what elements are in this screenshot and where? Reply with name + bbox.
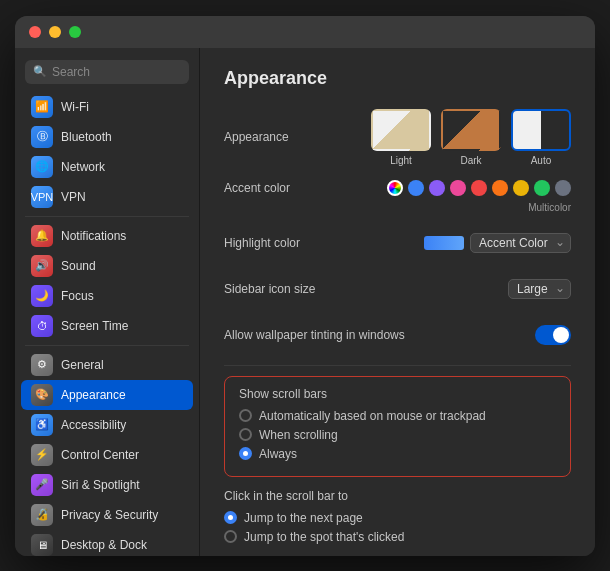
privacy-icon: 🔏 <box>31 504 53 526</box>
sidebar-network-section: 📶 Wi-Fi Ⓑ Bluetooth 🌐 Network VPN VPN <box>15 92 199 212</box>
wifi-icon: 📶 <box>31 96 53 118</box>
sidebar-item-general[interactable]: ⚙ General <box>21 350 193 380</box>
dark-label: Dark <box>460 155 481 166</box>
sidebar-label-vpn: VPN <box>61 190 86 204</box>
wallpaper-tinting-row: Allow wallpaper tinting in windows <box>224 319 571 351</box>
focus-icon: 🌙 <box>31 285 53 307</box>
sidebar-label-wifi: Wi-Fi <box>61 100 89 114</box>
sidebar-item-vpn[interactable]: VPN VPN <box>21 182 193 212</box>
sidebar-label-appearance: Appearance <box>61 388 126 402</box>
main-content: Appearance Appearance Light Dark Auto <box>200 48 595 556</box>
wallpaper-tinting-label: Allow wallpaper tinting in windows <box>224 328 405 342</box>
accent-red[interactable] <box>471 180 487 196</box>
sidebar-item-sound[interactable]: 🔊 Sound <box>21 251 193 281</box>
scroll-auto-option[interactable]: Automatically based on mouse or trackpad <box>239 409 556 423</box>
sidebar-item-screentime[interactable]: ⏱ Screen Time <box>21 311 193 341</box>
sidebar-label-network: Network <box>61 160 105 174</box>
highlight-color-row: Highlight color Accent Color <box>224 227 571 259</box>
notifications-icon: 🔔 <box>31 225 53 247</box>
sidebar-label-notifications: Notifications <box>61 229 126 243</box>
highlight-color-dropdown-wrap: Accent Color <box>470 233 571 253</box>
click-next-page-radio[interactable] <box>224 511 237 524</box>
appearance-mode-label: Appearance <box>224 130 289 144</box>
accent-yellow[interactable] <box>513 180 529 196</box>
close-button[interactable] <box>29 26 41 38</box>
sidebar-label-siri: Siri & Spotlight <box>61 478 140 492</box>
sidebar-item-desktop[interactable]: 🖥 Desktop & Dock <box>21 530 193 556</box>
highlight-color-label: Highlight color <box>224 236 300 250</box>
sidebar-label-bluetooth: Bluetooth <box>61 130 112 144</box>
general-icon: ⚙ <box>31 354 53 376</box>
auto-label: Auto <box>531 155 552 166</box>
desktop-icon: 🖥 <box>31 534 53 556</box>
highlight-color-bar <box>424 236 464 250</box>
accent-orange[interactable] <box>492 180 508 196</box>
accent-blue[interactable] <box>408 180 424 196</box>
sidebar-item-control[interactable]: ⚡ Control Center <box>21 440 193 470</box>
scroll-scrolling-label: When scrolling <box>259 428 338 442</box>
scroll-scrolling-option[interactable]: When scrolling <box>239 428 556 442</box>
accent-green[interactable] <box>534 180 550 196</box>
auto-thumbnail <box>511 109 571 151</box>
sidebar-label-sound: Sound <box>61 259 96 273</box>
sidebar-icon-dropdown[interactable]: Large <box>508 279 571 299</box>
sidebar: 🔍 Search 📶 Wi-Fi Ⓑ Bluetooth 🌐 Network <box>15 48 200 556</box>
click-scroll-title: Click in the scroll bar to <box>224 489 571 503</box>
titlebar <box>15 16 595 48</box>
appearance-options: Light Dark Auto <box>371 109 571 166</box>
system-settings-window: 🔍 Search 📶 Wi-Fi Ⓑ Bluetooth 🌐 Network <box>15 16 595 556</box>
main-divider-1 <box>224 365 571 366</box>
sidebar-item-accessibility[interactable]: ♿ Accessibility <box>21 410 193 440</box>
accent-color-row: Accent color Multicolor <box>224 180 571 213</box>
click-next-page-option[interactable]: Jump to the next page <box>224 511 571 525</box>
highlight-color-dropdown[interactable]: Accent Color <box>470 233 571 253</box>
sidebar-item-notifications[interactable]: 🔔 Notifications <box>21 221 193 251</box>
accent-color-label: Accent color <box>224 181 290 195</box>
scroll-always-option[interactable]: Always <box>239 447 556 461</box>
scroll-auto-label: Automatically based on mouse or trackpad <box>259 409 486 423</box>
search-placeholder: Search <box>52 65 90 79</box>
click-spot-option[interactable]: Jump to the spot that's clicked <box>224 530 571 544</box>
appearance-mode-row: Appearance Light Dark Auto <box>224 109 571 166</box>
accent-multicolor[interactable] <box>387 180 403 196</box>
sidebar-item-network[interactable]: 🌐 Network <box>21 152 193 182</box>
sidebar-icon-label: Sidebar icon size <box>224 282 315 296</box>
bluetooth-icon: Ⓑ <box>31 126 53 148</box>
help-area: ? <box>224 554 571 556</box>
sidebar-item-privacy[interactable]: 🔏 Privacy & Security <box>21 500 193 530</box>
wallpaper-tinting-toggle[interactable] <box>535 325 571 345</box>
scroll-scrolling-radio[interactable] <box>239 428 252 441</box>
sidebar-label-privacy: Privacy & Security <box>61 508 158 522</box>
minimize-button[interactable] <box>49 26 61 38</box>
appearance-light[interactable]: Light <box>371 109 431 166</box>
appearance-auto[interactable]: Auto <box>511 109 571 166</box>
click-spot-label: Jump to the spot that's clicked <box>244 530 404 544</box>
sidebar-item-siri[interactable]: 🎤 Siri & Spotlight <box>21 470 193 500</box>
search-box[interactable]: 🔍 Search <box>25 60 189 84</box>
maximize-button[interactable] <box>69 26 81 38</box>
light-label: Light <box>390 155 412 166</box>
divider-1 <box>25 216 189 217</box>
scroll-always-label: Always <box>259 447 297 461</box>
network-icon: 🌐 <box>31 156 53 178</box>
scroll-always-radio[interactable] <box>239 447 252 460</box>
sidebar-label-general: General <box>61 358 104 372</box>
sidebar-label-accessibility: Accessibility <box>61 418 126 432</box>
sidebar-label-desktop: Desktop & Dock <box>61 538 147 552</box>
accessibility-icon: ♿ <box>31 414 53 436</box>
highlight-color-control: Accent Color <box>424 233 571 253</box>
click-spot-radio[interactable] <box>224 530 237 543</box>
page-title: Appearance <box>224 68 571 89</box>
accent-graphite[interactable] <box>555 180 571 196</box>
sidebar-general-section: ⚙ General 🎨 Appearance ♿ Accessibility ⚡… <box>15 350 199 556</box>
sidebar-item-bluetooth[interactable]: Ⓑ Bluetooth <box>21 122 193 152</box>
scroll-bars-section: Show scroll bars Automatically based on … <box>224 376 571 477</box>
accent-pink[interactable] <box>450 180 466 196</box>
sidebar-item-wifi[interactable]: 📶 Wi-Fi <box>21 92 193 122</box>
accent-purple[interactable] <box>429 180 445 196</box>
sidebar-item-appearance[interactable]: 🎨 Appearance <box>21 380 193 410</box>
search-icon: 🔍 <box>33 65 47 78</box>
sidebar-item-focus[interactable]: 🌙 Focus <box>21 281 193 311</box>
appearance-dark[interactable]: Dark <box>441 109 501 166</box>
scroll-auto-radio[interactable] <box>239 409 252 422</box>
